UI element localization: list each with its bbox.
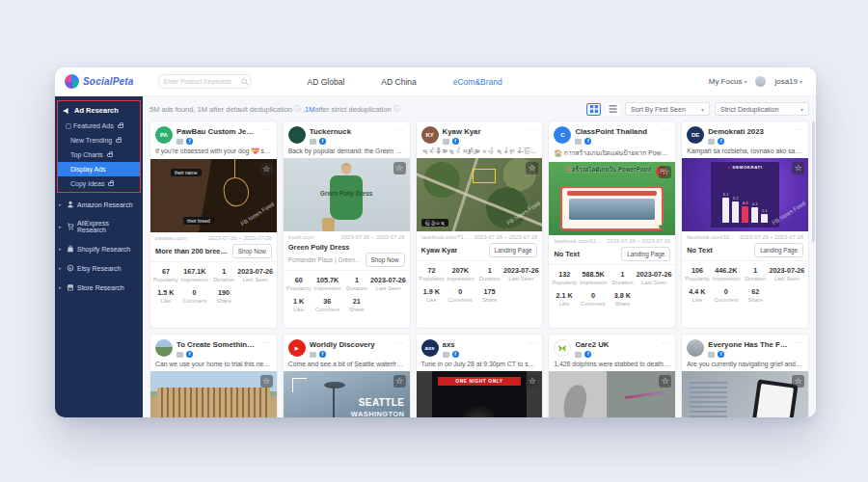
advertiser-name[interactable]: PawBau Custom Jewelry [176, 126, 258, 136]
advertiser-name[interactable]: ClassPoint Thailand [575, 126, 657, 136]
strict-dedup-count-link[interactable]: 1M [305, 105, 314, 114]
stat-comment: 0 [710, 287, 743, 296]
ad-text: Are you currently navigating grief and l… [682, 358, 808, 371]
user-menu[interactable]: josa19▾ [774, 77, 802, 86]
card-more-menu[interactable]: ··· [661, 339, 670, 346]
sidebar-item-amazon-research[interactable]: ▸ Amazon Research [55, 195, 143, 214]
card-more-menu[interactable]: ··· [661, 126, 670, 133]
card-more-menu[interactable]: ··· [395, 339, 405, 346]
card-more-menu[interactable]: ··· [262, 126, 272, 133]
sidebar-item-etsy-research[interactable]: ▸ E Etsy Research [55, 258, 143, 278]
landing-page-button[interactable]: Landing Page [754, 243, 803, 257]
advertiser-domain[interactable]: facebook.com/?10... [421, 234, 471, 240]
sidebar-item-top-charts[interactable]: Top Charts [58, 147, 140, 162]
ad-creative-image[interactable]: ☆ [682, 371, 808, 417]
scrollbar[interactable] [812, 121, 815, 242]
card-more-menu[interactable]: ··· [528, 126, 537, 133]
deduplication-dropdown[interactable]: Strict Deduplication▾ [715, 102, 809, 116]
favorite-star-icon[interactable]: ☆ [393, 375, 406, 388]
search-input[interactable] [164, 78, 241, 85]
advertiser-domain[interactable]: facebook.com/11... [554, 238, 601, 244]
stat-impression: 207K [444, 266, 476, 275]
person-icon [67, 201, 74, 208]
user-avatar[interactable] [755, 76, 766, 87]
shop-now-button[interactable]: Shop Now [232, 244, 272, 258]
advertiser-avatar[interactable]: C [554, 126, 571, 144]
nav-ecom-brand[interactable]: eCom&Brand [453, 77, 502, 87]
advertiser-avatar[interactable]: PA [155, 126, 173, 144]
advertiser-avatar[interactable]: DE [687, 126, 704, 144]
card-more-menu[interactable]: ··· [262, 339, 272, 346]
lock-icon [118, 124, 123, 128]
ad-title: More than 200 breeds available [155, 247, 229, 255]
grid-view-button[interactable] [586, 103, 601, 116]
favorite-star-icon[interactable]: ☆ [792, 375, 804, 388]
advertiser-name[interactable]: Care2 UK [575, 339, 657, 349]
sidebar-item-store-research[interactable]: ▸ Store Research [55, 278, 143, 297]
favorite-star-icon[interactable]: ☆ [260, 375, 273, 388]
chevron-down-icon: ▾ [800, 79, 802, 85]
favorite-star-icon[interactable]: ☆ [659, 375, 671, 388]
advertiser-avatar[interactable]: ▶ [288, 339, 306, 357]
card-more-menu[interactable]: ··· [794, 339, 803, 346]
ad-creative-image[interactable]: DEMOKRATI 6.15.24.24.12.1 FB News Feed ☆ [682, 158, 808, 231]
nav-ad-china[interactable]: AD China [381, 77, 416, 87]
advertiser-name[interactable]: Worldly Discovery [310, 339, 392, 349]
advertiser-avatar[interactable]: axs [421, 339, 439, 357]
info-icon[interactable]: ⓘ [393, 104, 400, 114]
advertiser-avatar[interactable]: KY [421, 126, 439, 144]
sidebar-item-shopify-research[interactable]: ▸ Shopify Research [55, 239, 143, 258]
card-more-menu[interactable]: ··· [395, 126, 405, 133]
advertiser-name[interactable]: Tuckernuck [310, 126, 392, 136]
advertiser-domain[interactable]: tnuck.com [288, 234, 313, 240]
favorite-star-icon[interactable]: ☆ [526, 375, 538, 388]
ad-creative-image[interactable]: their name their breed FB News Feed ☆ [150, 159, 277, 232]
advertiser-avatar[interactable] [687, 339, 704, 357]
advertiser-avatar[interactable] [155, 339, 173, 357]
stat-duration: 1 [743, 266, 769, 275]
info-icon[interactable]: ⓘ [294, 104, 301, 114]
sidebar-item-aliexpress-research[interactable]: ▸ AliExpress Research [55, 214, 143, 239]
sidebar-item-display-ads[interactable]: Display Ads [58, 162, 140, 176]
sidebar-item-featured-ads[interactable]: Featured Ads [58, 119, 140, 133]
sidebar-item-ad-research[interactable]: Ad Research [58, 101, 140, 119]
ad-creative-image[interactable]: ONE NIGHT ONLY ☆ [417, 371, 543, 417]
favorite-star-icon[interactable]: ☆ [260, 163, 273, 175]
advertiser-name[interactable]: Everyone Has The Freedom To... [708, 339, 790, 349]
ad-creative-image[interactable]: ☆ [549, 371, 675, 417]
advertiser-domain[interactable]: facebook.com/10... [687, 234, 734, 240]
stat-impression: 446.2K [710, 266, 743, 275]
landing-page-button[interactable]: Landing Page [489, 243, 538, 257]
facebook-icon: f [718, 138, 724, 145]
socialpeta-logo[interactable]: SocialPeta [65, 74, 134, 89]
list-view-button[interactable] [606, 103, 620, 116]
sort-dropdown[interactable]: Sort By First Seen▾ [625, 102, 710, 116]
advertiser-domain[interactable]: pawbau.com [155, 235, 187, 241]
sidebar-item-new-trending[interactable]: New Trending [58, 133, 140, 147]
ad-card: DE Demokrati 2023 f ··· Kampaň sa rozbie… [681, 120, 809, 329]
advertiser-name[interactable]: Demokrati 2023 [708, 126, 790, 136]
favorite-star-icon[interactable]: ☆ [659, 166, 671, 178]
sidebar-item-copy-ideas[interactable]: Copy Ideas [58, 176, 140, 191]
card-more-menu[interactable]: ··· [794, 126, 803, 133]
favorite-star-icon[interactable]: ☆ [792, 162, 804, 174]
advertiser-name[interactable]: Kyaw Kyar [443, 126, 525, 136]
favorite-star-icon[interactable]: ☆ [393, 162, 406, 174]
favorite-star-icon[interactable]: ☆ [526, 162, 538, 174]
ad-creative-image[interactable]: 1 สร้างสไลด์เกมใน PowerPoint P ✓ ☆ [549, 162, 675, 235]
my-focus-menu[interactable]: My Focus▾ [709, 77, 747, 86]
advertiser-avatar[interactable] [554, 339, 571, 357]
product-keyword-search[interactable] [158, 74, 252, 89]
nav-ad-global[interactable]: AD Global [308, 77, 345, 87]
card-more-menu[interactable]: ··· [528, 339, 537, 346]
ad-subtitle: Pomander Place | Green Polly Dr... [288, 256, 362, 263]
ad-creative-image[interactable]: SEATTLE WASHINGTON ☆ [284, 371, 410, 417]
ad-creative-image[interactable]: ☆ [150, 371, 277, 417]
shop-now-button[interactable]: Shop Now [366, 253, 405, 267]
ad-creative-image[interactable]: Green Polly Dress ☆ [284, 158, 410, 231]
landing-page-button[interactable]: Landing Page [621, 247, 670, 261]
advertiser-avatar[interactable] [288, 126, 306, 144]
ad-creative-image[interactable]: မြေညီနေရာ FB News Feed ☆ [417, 158, 543, 231]
advertiser-name[interactable]: To Create Something Exceptio... [176, 339, 258, 349]
advertiser-name[interactable]: axs [443, 339, 525, 349]
